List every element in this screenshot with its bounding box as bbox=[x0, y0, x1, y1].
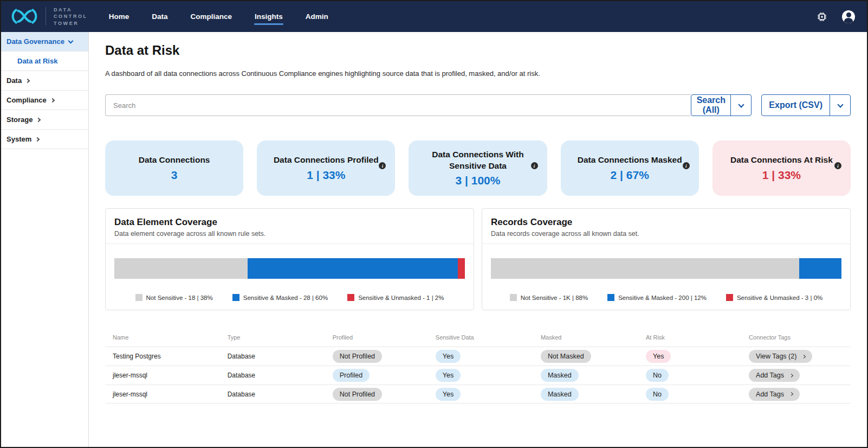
connections-table: NameTypeProfiledSensitive DataMaskedAt R… bbox=[105, 328, 851, 404]
masked-badge: Not Masked bbox=[541, 350, 591, 363]
chart-header: Data Element Coverage Data element cover… bbox=[106, 209, 474, 244]
stat-card-value: 1 | 33% bbox=[307, 169, 345, 182]
cell-profiled: Profiled bbox=[333, 369, 436, 382]
connector-tags-button-label: View Tags (2) bbox=[756, 353, 796, 360]
masked-badge-label: Masked bbox=[548, 391, 572, 398]
export-csv-button[interactable]: Export (CSV) bbox=[762, 95, 830, 116]
sidebar-item-compliance[interactable]: Compliance bbox=[1, 91, 88, 110]
at-risk-badge-label: No bbox=[653, 372, 662, 379]
search-scope-dropdown-button[interactable] bbox=[730, 95, 751, 116]
user-avatar-icon[interactable] bbox=[842, 10, 855, 23]
sidebar-item-label: Storage bbox=[7, 116, 33, 124]
profiled-badge-label: Not Profiled bbox=[340, 353, 375, 360]
sidebar-item-system[interactable]: System bbox=[1, 130, 88, 149]
sidebar-item-data-at-risk[interactable]: Data at Risk bbox=[1, 52, 88, 71]
brand-text: DATA CONTROL TOWER bbox=[54, 7, 88, 26]
search-button-group: Search (All) bbox=[691, 94, 752, 116]
topnav-right bbox=[816, 10, 855, 23]
table-row: jleser-mssqlDatabaseNot ProfiledYesMaske… bbox=[105, 385, 851, 404]
chart-bar-area bbox=[114, 258, 465, 279]
chart-bar-area bbox=[491, 258, 841, 279]
info-icon[interactable]: i bbox=[683, 162, 690, 169]
chart-legend: Not Sensitive - 1K | 88%Sensitive & Mask… bbox=[482, 294, 850, 301]
sensitive-data-badge: Yes bbox=[436, 350, 461, 363]
legend-item: Sensitive & Masked - 28 | 60% bbox=[232, 294, 328, 301]
masked-badge-label: Not Masked bbox=[548, 353, 584, 360]
sidebar-item-storage[interactable]: Storage bbox=[1, 110, 88, 130]
column-header: Masked bbox=[541, 334, 646, 341]
sidebar-item-label: Data bbox=[7, 76, 22, 85]
stat-card: Data Connections3 bbox=[105, 140, 243, 196]
sidebar-item-label: System bbox=[7, 135, 31, 143]
brand[interactable]: DATA CONTROL TOWER bbox=[9, 7, 88, 26]
stat-card-value: 2 | 67% bbox=[611, 169, 649, 182]
app-window: DATA CONTROL TOWER Home Data Compliance … bbox=[0, 0, 868, 448]
legend-item: Sensitive & Masked - 200 | 12% bbox=[607, 294, 707, 301]
cell-type: Database bbox=[228, 391, 333, 398]
info-icon[interactable]: i bbox=[834, 162, 841, 169]
chart-subtitle: Data records coverage across all known d… bbox=[491, 230, 841, 238]
stat-card-title: Data Connections Masked bbox=[578, 155, 682, 165]
avatar-head bbox=[846, 12, 851, 17]
stat-card: Data Connections Profiled1 | 33%i bbox=[257, 140, 395, 196]
table-header-row: NameTypeProfiledSensitive DataMaskedAt R… bbox=[105, 328, 851, 347]
nav-item-compliance[interactable]: Compliance bbox=[190, 9, 232, 24]
masked-badge: Masked bbox=[541, 369, 579, 382]
masked-badge-label: Masked bbox=[548, 372, 572, 379]
delphix-logo-icon bbox=[9, 7, 40, 26]
cell-masked: Not Masked bbox=[541, 350, 646, 363]
cell-masked: Masked bbox=[541, 388, 646, 401]
chevron-right-icon bbox=[36, 117, 41, 121]
records-coverage-panel: Records Coverage Data records coverage a… bbox=[482, 208, 851, 310]
sensitive-data-badge-label: Yes bbox=[443, 353, 454, 360]
connector-tags-button-label: Add Tags bbox=[756, 391, 784, 398]
cell-masked: Masked bbox=[541, 369, 646, 382]
connector-tags-button[interactable]: Add Tags bbox=[749, 388, 800, 401]
legend-label: Not Sensitive - 18 | 38% bbox=[146, 295, 213, 301]
profiled-badge: Not Profiled bbox=[333, 388, 382, 401]
chevron-right-icon bbox=[789, 373, 793, 377]
engines-chip-icon[interactable] bbox=[816, 11, 828, 23]
stat-card-title: Data Connections bbox=[139, 155, 210, 165]
cell-connector-tags: Add Tags bbox=[749, 369, 843, 382]
data-element-coverage-panel: Data Element Coverage Data element cover… bbox=[105, 208, 474, 310]
masked-badge: Masked bbox=[541, 388, 579, 401]
page-title: Data at Risk bbox=[105, 43, 851, 58]
cell-type: Database bbox=[228, 372, 333, 379]
cell-connector-tags: Add Tags bbox=[749, 388, 843, 401]
connector-tags-button-label: Add Tags bbox=[756, 372, 784, 379]
info-icon[interactable]: i bbox=[531, 162, 538, 169]
avatar-torso bbox=[844, 18, 853, 23]
bar-segment bbox=[799, 258, 841, 279]
column-header: Type bbox=[228, 334, 333, 341]
top-nav: DATA CONTROL TOWER Home Data Compliance … bbox=[1, 1, 867, 32]
search-button[interactable]: Search (All) bbox=[691, 95, 730, 116]
export-format-dropdown-button[interactable] bbox=[830, 95, 850, 116]
legend-swatch bbox=[135, 294, 142, 301]
chevron-right-icon bbox=[25, 78, 30, 82]
legend-swatch bbox=[510, 294, 517, 301]
chart-header: Records Coverage Data records coverage a… bbox=[482, 209, 850, 244]
at-risk-badge: Yes bbox=[646, 350, 671, 363]
connector-tags-button[interactable]: Add Tags bbox=[749, 369, 800, 382]
sidebar-item-data-governance[interactable]: Data Governance bbox=[1, 32, 88, 52]
sidebar-item-label: Data Governance bbox=[7, 37, 64, 46]
primary-nav: Home Data Compliance Insights Admin bbox=[108, 9, 329, 24]
chart-legend: Not Sensitive - 18 | 38%Sensitive & Mask… bbox=[106, 294, 474, 301]
legend-swatch bbox=[232, 294, 239, 301]
chevron-right-icon bbox=[50, 98, 54, 102]
stat-card: Data Connections Masked2 | 67%i bbox=[561, 140, 699, 196]
cell-name: Testing Postgres bbox=[113, 353, 228, 360]
nav-item-admin[interactable]: Admin bbox=[305, 9, 329, 24]
nav-item-home[interactable]: Home bbox=[108, 9, 130, 24]
info-icon[interactable]: i bbox=[379, 162, 386, 169]
sensitive-data-badge-label: Yes bbox=[443, 372, 454, 379]
column-header: At Risk bbox=[646, 334, 749, 341]
bar-segment bbox=[458, 258, 465, 279]
nav-item-data[interactable]: Data bbox=[151, 9, 168, 24]
nav-item-insights[interactable]: Insights bbox=[254, 9, 283, 24]
sidebar-item-data[interactable]: Data bbox=[1, 71, 88, 91]
cell-at-risk: No bbox=[646, 369, 749, 382]
connector-tags-button[interactable]: View Tags (2) bbox=[749, 350, 812, 363]
search-input[interactable] bbox=[105, 94, 691, 116]
